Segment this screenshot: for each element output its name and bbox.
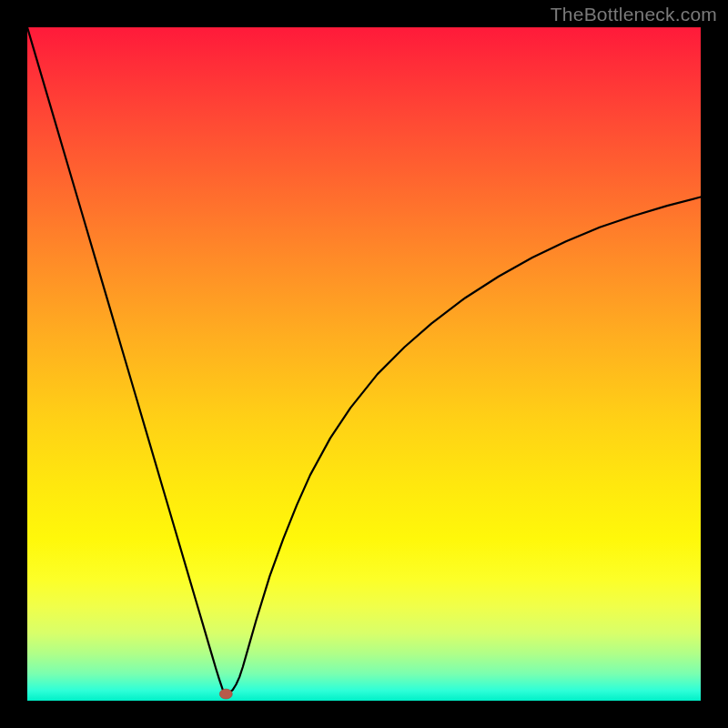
plot-area [27,27,701,701]
curve-svg [27,27,701,701]
watermark-text: TheBottleneck.com [551,4,717,25]
chart-container: TheBottleneck.com [0,0,728,728]
minimum-marker-icon [219,689,232,699]
bottleneck-curve [27,27,701,693]
